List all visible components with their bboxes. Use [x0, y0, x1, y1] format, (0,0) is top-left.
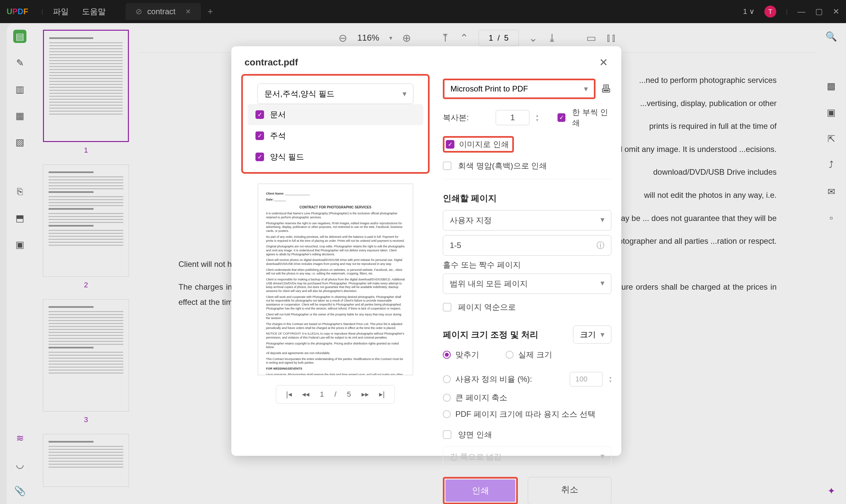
content-option-document[interactable]: ✓ 문서 — [248, 104, 423, 125]
modal-title: contract.pdf — [245, 57, 298, 68]
content-option-annotation[interactable]: ✓ 주석 — [248, 125, 423, 146]
page-range-type-select[interactable]: 사용자 지정 ▾ — [443, 210, 611, 231]
copies-label: 복사본: — [443, 112, 482, 123]
print-as-image-checkbox[interactable]: ✓ — [446, 140, 454, 149]
odd-even-label: 홀수 또는 짝수 페이지 — [443, 259, 611, 270]
print-left-panel: 문서,주석,양식 필드 ▾ ✓ 문서 ✓ 주석 ✓ 양식 필드 Client N… — [241, 75, 429, 504]
content-select[interactable]: 문서,주석,양식 필드 ▾ — [258, 84, 413, 104]
odd-even-select[interactable]: 범위 내의 모든 페이지 ▾ — [443, 273, 611, 294]
dropdown-icon: ▾ — [600, 278, 604, 289]
info-icon[interactable]: ⓘ — [597, 240, 604, 251]
size-mode-select[interactable]: 크기 ▾ — [573, 326, 611, 343]
radio-off-icon — [506, 351, 514, 359]
collate-checkbox[interactable]: ✓ — [558, 113, 565, 122]
pager-prev-icon[interactable]: ◂◂ — [302, 390, 309, 399]
dropdown-icon: ▾ — [403, 89, 406, 98]
reverse-label: 페이지 역순으로 — [458, 302, 516, 312]
copies-input[interactable]: 1 — [496, 110, 529, 125]
radio-on-icon — [443, 351, 451, 359]
content-option-form[interactable]: ✓ 양식 필드 — [248, 146, 423, 167]
radio-off-icon — [443, 375, 451, 383]
checkbox-on-icon: ✓ — [255, 131, 264, 140]
checkbox-on-icon: ✓ — [255, 152, 264, 161]
custom-scale-option[interactable]: 사용자 정의 비율 (%): 100 ▴▾ — [443, 372, 611, 386]
dropdown-icon: ▾ — [600, 451, 604, 462]
scale-percent-input[interactable]: 100 — [570, 372, 603, 386]
spinner-icon[interactable]: ▴▾ — [610, 375, 611, 383]
print-right-panel: Microsoft Print to PDF ▾ 🖶 복사본: 1 ▴▾ ✓ 한… — [443, 75, 611, 504]
pages-section-title: 인쇄할 페이지 — [443, 193, 611, 204]
content-options-box: 문서,주석,양식 필드 ▾ ✓ 문서 ✓ 주석 ✓ 양식 필드 — [241, 74, 429, 174]
cancel-button[interactable]: 취소 — [528, 477, 611, 504]
actual-size-option[interactable]: 실제 크기 — [506, 349, 552, 360]
dropdown-icon: ▾ — [600, 215, 604, 226]
grayscale-checkbox[interactable] — [443, 162, 452, 170]
preview-pager: |◂ ◂◂ 1 / 5 ▸▸ ▸| — [276, 385, 395, 403]
flip-select-disabled: 긴 쪽으로 넘김 ▾ — [443, 447, 611, 467]
modal-close-icon[interactable]: ✕ — [599, 56, 608, 69]
page-range-input[interactable]: 1-5 ⓘ — [443, 235, 611, 256]
print-button-highlight: 인쇄 — [443, 477, 518, 504]
dropdown-icon: ▾ — [584, 84, 588, 93]
pager-first-icon[interactable]: |◂ — [286, 390, 292, 399]
paper-source-option[interactable]: PDF 페이지 크기에 따라 용지 소스 선택 — [443, 409, 611, 419]
grayscale-label: 회색 명암(흑백)으로 인쇄 — [458, 161, 547, 171]
print-dialog: contract.pdf ✕ 문서,주석,양식 필드 ▾ ✓ 문서 ✓ 주석 ✓ — [231, 46, 621, 456]
duplex-checkbox[interactable] — [443, 430, 452, 439]
pager-last-icon[interactable]: ▸| — [379, 390, 385, 399]
pager-next-icon[interactable]: ▸▸ — [362, 390, 369, 399]
reverse-checkbox[interactable] — [443, 303, 452, 311]
pager-current[interactable]: 1 — [320, 390, 324, 399]
printer-select[interactable]: Microsoft Print to PDF ▾ — [443, 78, 596, 99]
radio-off-icon — [443, 410, 451, 418]
printer-settings-icon[interactable]: 🖶 — [601, 83, 611, 95]
sizing-section-title: 페이지 크기 조정 및 처리 — [443, 329, 538, 341]
radio-off-icon — [443, 394, 451, 402]
checkbox-on-icon: ✓ — [255, 110, 264, 119]
shrink-option[interactable]: 큰 페이지 축소 — [443, 392, 611, 403]
pager-total: 5 — [347, 390, 351, 399]
dropdown-icon: ▾ — [600, 330, 604, 339]
print-button[interactable]: 인쇄 — [445, 480, 515, 502]
print-preview: Client Name: _______________ Date: _____… — [258, 184, 413, 375]
print-as-image-option[interactable]: ✓ 이미지로 인쇄 — [443, 136, 514, 152]
spinner-icon[interactable]: ▴▾ — [536, 113, 538, 122]
collate-label: 한 부씩 인쇄 — [572, 107, 611, 128]
duplex-label: 양면 인쇄 — [458, 429, 492, 440]
fit-option[interactable]: 맞추기 — [443, 349, 479, 360]
